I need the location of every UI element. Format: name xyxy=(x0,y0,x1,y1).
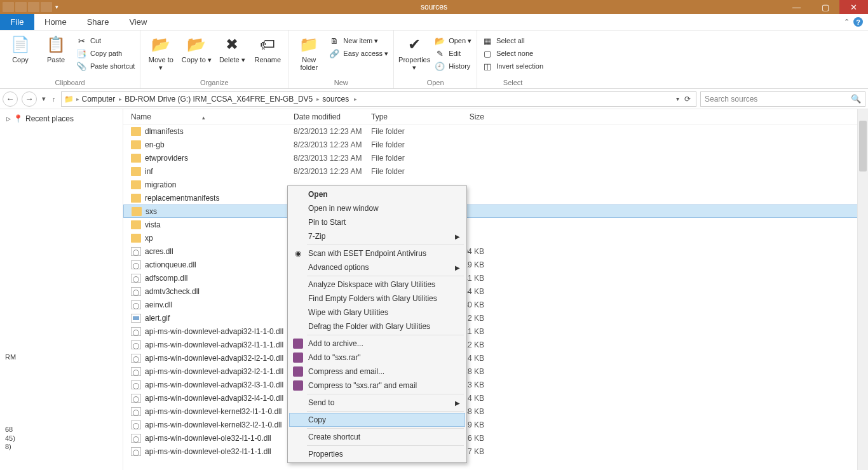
select-none-button[interactable]: ▢Select none xyxy=(482,48,543,58)
file-row[interactable]: api-ms-win-downlevel-ole32-l1-1-0.dll6 K… xyxy=(123,431,868,445)
file-row[interactable]: alert.gif2 KB xyxy=(123,311,868,325)
col-header-date[interactable]: Date modified xyxy=(286,112,363,121)
qat-icon[interactable] xyxy=(41,2,52,12)
file-row[interactable]: aeinv.dll380 KB xyxy=(123,298,868,311)
file-row[interactable]: actionqueue.dll219 KB xyxy=(123,258,868,271)
menu-item-label: Send to xyxy=(308,398,334,407)
file-row[interactable]: sxs xyxy=(123,205,868,218)
refresh-icon[interactable]: ⟳ xyxy=(684,95,691,104)
scrollbar[interactable] xyxy=(857,109,868,470)
copy-button[interactable]: 📄 Copy xyxy=(5,32,36,64)
menu-item[interactable]: 7-Zip▶ xyxy=(289,229,465,243)
tab-file[interactable]: File xyxy=(0,14,34,30)
menu-item[interactable]: Wipe with Glary Utilities xyxy=(289,306,465,319)
maximize-button[interactable]: ▢ xyxy=(811,0,839,14)
copy-path-button[interactable]: 📑Copy path xyxy=(76,48,135,58)
file-row[interactable]: api-ms-win-downlevel-advapi32-l2-1-0.dll… xyxy=(123,351,868,365)
close-button[interactable]: ✕ xyxy=(839,0,868,14)
help-icon[interactable]: ? xyxy=(853,17,863,27)
col-header-name[interactable]: Name▴ xyxy=(123,112,286,121)
sidebar-cutoff: 8) xyxy=(3,443,120,452)
paste-icon: 📋 xyxy=(46,34,66,55)
scrollbar-thumb[interactable] xyxy=(859,121,867,171)
search-input[interactable]: Search sources 🔍 xyxy=(700,91,865,107)
breadcrumb-folder[interactable]: ▸sources▸ xyxy=(315,95,358,104)
menu-item[interactable]: Find Empty Folders with Glary Utilities xyxy=(289,292,465,306)
invert-selection-button[interactable]: ◫Invert selection xyxy=(482,61,543,71)
menu-item[interactable]: Advanced options▶ xyxy=(289,260,465,274)
properties-button[interactable]: ✔ Properties ▾ xyxy=(399,32,430,71)
minimize-button[interactable]: — xyxy=(782,0,811,14)
delete-button[interactable]: ✖ Delete ▾ xyxy=(217,32,247,64)
menu-item[interactable]: ◉Scan with ESET Endpoint Antivirus xyxy=(289,246,465,260)
menu-item[interactable]: Copy xyxy=(289,413,465,427)
back-button[interactable]: ← xyxy=(3,91,18,107)
history-button[interactable]: 🕘History xyxy=(435,61,471,71)
copy-to-button[interactable]: 📂 Copy to ▾ xyxy=(181,32,212,64)
menu-item[interactable]: Open in new window xyxy=(289,201,465,215)
qat-icon[interactable] xyxy=(3,2,14,12)
file-row[interactable]: api-ms-win-downlevel-ole32-l1-1-1.dll7 K… xyxy=(123,445,868,458)
file-row[interactable]: replacementmanifests xyxy=(123,191,868,205)
menu-item[interactable]: Create shortcut xyxy=(289,430,465,444)
ribbon-collapse-icon[interactable]: ⌃ xyxy=(844,18,850,26)
file-row[interactable]: etwproviders8/23/2013 12:23 AMFile folde… xyxy=(123,151,868,164)
qat-dropdown[interactable]: ▾ xyxy=(53,2,60,12)
file-row[interactable]: api-ms-win-downlevel-advapi32-l2-1-1.dll… xyxy=(123,365,868,378)
menu-item[interactable]: Send to▶ xyxy=(289,396,465,410)
menu-item[interactable]: Open xyxy=(289,187,465,201)
qat-icon[interactable] xyxy=(15,2,27,12)
file-row[interactable]: migration xyxy=(123,178,868,191)
file-row[interactable]: api-ms-win-downlevel-advapi32-l3-1-0.dll… xyxy=(123,378,868,391)
file-row[interactable]: admtv3check.dll64 KB xyxy=(123,285,868,298)
file-row[interactable]: api-ms-win-downlevel-advapi32-l1-1-0.dll… xyxy=(123,325,868,338)
paste-button[interactable]: 📋 Paste xyxy=(41,32,71,64)
easy-access-button[interactable]: 🔗Easy access ▾ xyxy=(329,48,388,58)
file-row[interactable]: adfscomp.dll41 KB xyxy=(123,271,868,285)
file-row[interactable]: api-ms-win-downlevel-kernel32-l2-1-0.dll… xyxy=(123,418,868,431)
qat-icon[interactable] xyxy=(28,2,39,12)
menu-item[interactable]: Add to archive... xyxy=(289,337,465,351)
menu-item[interactable]: Defrag the Folder with Glary Utilities xyxy=(289,319,465,333)
file-name: migration xyxy=(145,180,176,189)
forward-button[interactable]: → xyxy=(22,91,37,107)
tab-view[interactable]: View xyxy=(119,14,157,30)
tab-home[interactable]: Home xyxy=(34,14,77,30)
select-all-button[interactable]: ▦Select all xyxy=(482,36,543,46)
new-folder-button[interactable]: 📁 New folder xyxy=(294,32,324,71)
menu-item-label: Copy xyxy=(308,415,326,424)
breadcrumb-computer[interactable]: ▸Computer xyxy=(75,95,117,104)
menu-item[interactable]: Compress to "sxs.rar" and email xyxy=(289,379,465,393)
move-to-button[interactable]: 📂 Move to ▾ xyxy=(146,32,176,71)
file-row[interactable]: api-ms-win-downlevel-advapi32-l4-1-0.dll… xyxy=(123,391,868,405)
menu-item[interactable]: Add to "sxs.rar" xyxy=(289,351,465,365)
file-row[interactable]: dlmanifests8/23/2013 12:23 AMFile folder xyxy=(123,124,868,138)
menu-item[interactable]: Properties xyxy=(289,447,465,461)
recent-locations-icon[interactable]: ▾ xyxy=(41,95,47,103)
tab-share[interactable]: Share xyxy=(77,14,119,30)
file-name: api-ms-win-downlevel-advapi32-l4-1-0.dll xyxy=(145,394,283,403)
col-header-type[interactable]: Type xyxy=(363,112,438,121)
menu-item[interactable]: Compress and email... xyxy=(289,365,465,379)
file-row[interactable]: en-gb8/23/2013 12:23 AMFile folder xyxy=(123,138,868,151)
new-item-button[interactable]: 🗎New item ▾ xyxy=(329,36,388,46)
rename-button[interactable]: 🏷 Rename xyxy=(252,32,283,64)
file-row[interactable]: inf8/23/2013 12:23 AMFile folder xyxy=(123,164,868,178)
menu-item[interactable]: Analyze Diskspace with Glary Utilities xyxy=(289,278,465,292)
cut-button[interactable]: ✂Cut xyxy=(76,36,135,46)
file-row[interactable]: api-ms-win-downlevel-kernel32-l1-1-0.dll… xyxy=(123,405,868,418)
file-row[interactable]: api-ms-win-downlevel-advapi32-l1-1-1.dll… xyxy=(123,338,868,351)
up-button[interactable]: ↑ xyxy=(51,95,57,103)
breadcrumb-drive[interactable]: ▸BD-ROM Drive (G:) IRM_CCSA_X64FRE_EN-GB… xyxy=(118,95,314,104)
address-dropdown-icon[interactable]: ▾ xyxy=(676,95,679,102)
file-row[interactable]: xp xyxy=(123,231,868,245)
open-button[interactable]: 📂Open ▾ xyxy=(435,36,471,46)
address-bar[interactable]: 📁 ▸Computer ▸BD-ROM Drive (G:) IRM_CCSA_… xyxy=(61,91,697,107)
edit-button[interactable]: ✎Edit xyxy=(435,48,471,58)
col-header-size[interactable]: Size xyxy=(438,112,489,121)
menu-item[interactable]: Pin to Start xyxy=(289,215,465,229)
file-row[interactable]: vista xyxy=(123,218,868,231)
paste-shortcut-button[interactable]: 📎Paste shortcut xyxy=(76,61,135,71)
sidebar-item-recent[interactable]: ▷ 📍 Recent places xyxy=(3,113,120,124)
file-row[interactable]: acres.dll304 KB xyxy=(123,245,868,258)
